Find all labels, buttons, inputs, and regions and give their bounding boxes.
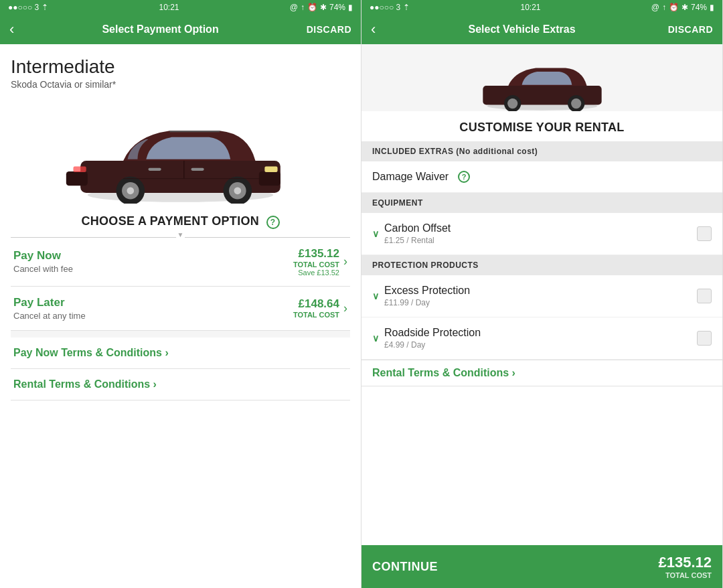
damage-waiver-item: Damage Waiver ? <box>362 161 722 193</box>
left-status-time: 10:21 <box>159 3 179 12</box>
left-status-bar: ●●○○○ 3 ⇡ 10:21 @ ↑ ⏰ ✱ 74% ▮ <box>0 0 361 15</box>
svg-point-20 <box>571 98 581 108</box>
excess-protection-price: £11.99 / Day <box>384 298 470 307</box>
wifi-icon: ⇡ <box>42 3 48 12</box>
left-back-button[interactable]: ‹ <box>9 21 14 38</box>
svg-point-9 <box>127 187 135 194</box>
left-status-left: ●●○○○ 3 ⇡ <box>8 3 48 12</box>
battery-icon: ▮ <box>348 3 353 12</box>
right-status-bar: ●●○○○ 3 ⇡ 10:21 @ ↑ ⏰ ✱ 74% ▮ <box>362 0 722 15</box>
svg-rect-10 <box>264 167 277 173</box>
svg-point-6 <box>234 187 242 194</box>
right-status-left: ●●○○○ 3 ⇡ <box>370 3 410 12</box>
left-content: Intermediate Skoda Octavia or similar* <box>0 44 361 588</box>
pay-later-price-block: £148.64 TOTAL COST <box>293 297 339 319</box>
carbon-offset-item[interactable]: ∨ Carbon Offset £1.25 / Rental <box>362 213 722 255</box>
continue-bar[interactable]: CONTINUE £135.12 TOTAL COST <box>362 545 722 588</box>
pay-now-terms-section[interactable]: Pay Now Terms & Conditions › <box>11 338 350 369</box>
roadside-protection-price: £4.99 / Day <box>384 340 481 350</box>
damage-waiver-text: Damage Waiver <box>372 171 449 183</box>
right-terms-section[interactable]: Rental Terms & Conditions › <box>362 360 722 386</box>
roadside-protection-checkbox[interactable] <box>697 331 712 346</box>
rental-terms-section[interactable]: Rental Terms & Conditions › <box>11 369 350 400</box>
right-status-right: @ ↑ ⏰ ✱ 74% ▮ <box>651 3 714 12</box>
left-nav-bar: ‹ Select Payment Option DISCARD <box>0 15 361 44</box>
pay-now-save: Save £13.52 <box>293 269 339 277</box>
car-top-svg <box>442 48 643 111</box>
terms-separator <box>11 331 350 338</box>
pay-later-left: Pay Later Cancel at any time <box>13 296 86 321</box>
carbon-offset-name: Carbon Offset <box>384 222 451 234</box>
pay-later-amount: £148.64 <box>299 297 339 310</box>
choose-payment-header: CHOOSE A PAYMENT OPTION ? <box>11 214 350 229</box>
payment-info-icon[interactable]: ? <box>266 216 280 229</box>
damage-waiver-info-icon[interactable]: ? <box>458 171 470 183</box>
roadside-protection-text: Roadside Protection £4.99 / Day <box>384 327 481 350</box>
right-bluetooth-icon: ✱ <box>681 3 688 12</box>
right-rental-terms-link[interactable]: Rental Terms & Conditions › <box>372 367 712 379</box>
pay-now-option[interactable]: Pay Now Cancel with fee £135.12 TOTAL CO… <box>11 238 350 287</box>
customise-header: CUSTOMISE YOUR RENTAL <box>362 111 722 141</box>
carbon-offset-checkbox[interactable] <box>697 226 712 241</box>
right-battery-icon: ▮ <box>710 3 714 12</box>
car-top-image <box>362 44 722 111</box>
pay-now-price-block: £135.12 TOTAL COST Save £13.52 <box>293 247 339 277</box>
pay-now-left: Pay Now Cancel with fee <box>13 249 73 274</box>
pay-later-desc: Cancel at any time <box>13 311 86 321</box>
payment-divider <box>11 237 350 238</box>
extras-content: INCLUDED EXTRAS (No additional cost) Dam… <box>362 141 722 545</box>
roadside-protection-chevron[interactable]: ∨ <box>372 333 379 344</box>
damage-waiver-name: Damage Waiver <box>372 171 449 183</box>
included-extras-header: INCLUDED EXTRAS (No additional cost) <box>362 141 722 161</box>
pay-later-label: TOTAL COST <box>293 311 339 319</box>
right-alarm-icon: ⏰ <box>669 3 679 12</box>
pay-now-right: £135.12 TOTAL COST Save £13.52 › <box>293 247 347 277</box>
pay-now-desc: Cancel with fee <box>13 264 73 274</box>
arrow-icon: ↑ <box>301 3 305 12</box>
car-image-container <box>11 96 350 204</box>
svg-rect-14 <box>191 168 204 171</box>
choose-payment-title: CHOOSE A PAYMENT OPTION <box>81 214 259 228</box>
left-status-right: @ ↑ ⏰ ✱ 74% ▮ <box>290 3 353 12</box>
carbon-offset-chevron[interactable]: ∨ <box>372 228 379 239</box>
continue-price-label: TOTAL COST <box>658 571 712 579</box>
carbon-offset-price: £1.25 / Rental <box>384 236 451 245</box>
excess-protection-item[interactable]: ∨ Excess Protection £11.99 / Day <box>362 275 722 317</box>
car-title: Intermediate <box>11 56 350 78</box>
excess-protection-text: Excess Protection £11.99 / Day <box>384 285 470 307</box>
car-image <box>11 96 350 204</box>
alarm-icon: ⏰ <box>307 3 317 12</box>
excess-protection-checkbox[interactable] <box>697 289 712 303</box>
pay-now-name: Pay Now <box>13 249 73 263</box>
continue-price: £135.12 <box>658 554 712 571</box>
excess-protection-chevron[interactable]: ∨ <box>372 291 379 301</box>
right-discard-button[interactable]: DISCARD <box>668 24 713 35</box>
location-icon: @ <box>290 3 298 12</box>
roadside-protection-name: Roadside Protection <box>384 327 481 339</box>
right-nav-title: Select Vehicle Extras <box>376 23 667 35</box>
pay-now-terms-link[interactable]: Pay Now Terms & Conditions › <box>13 347 347 359</box>
right-status-time: 10:21 <box>521 3 541 12</box>
battery-text: 74% <box>329 3 345 12</box>
pay-later-option[interactable]: Pay Later Cancel at any time £148.64 TOT… <box>11 287 350 331</box>
rental-terms-link[interactable]: Rental Terms & Conditions › <box>13 378 347 390</box>
roadside-protection-item[interactable]: ∨ Roadside Protection £4.99 / Day <box>362 317 722 360</box>
carrier-text: ●●○○○ 3 <box>8 3 39 12</box>
right-battery-text: 74% <box>691 3 707 12</box>
left-discard-button[interactable]: DISCARD <box>307 24 351 35</box>
pay-now-label: TOTAL COST <box>293 261 339 269</box>
right-carrier-text: ●●○○○ 3 <box>370 3 400 12</box>
pay-later-name: Pay Later <box>13 296 86 309</box>
equipment-header: EQUIPMENT <box>362 193 722 213</box>
damage-waiver-left: Damage Waiver ? <box>372 171 470 183</box>
carbon-offset-left: ∨ Carbon Offset £1.25 / Rental <box>372 222 451 245</box>
left-phone-panel: ●●○○○ 3 ⇡ 10:21 @ ↑ ⏰ ✱ 74% ▮ ‹ Select P… <box>0 0 362 588</box>
continue-label: CONTINUE <box>372 560 438 574</box>
left-nav-title: Select Payment Option <box>14 23 306 35</box>
svg-rect-15 <box>149 168 161 171</box>
right-arrow-icon: ↑ <box>662 3 666 12</box>
carbon-offset-text: Carbon Offset £1.25 / Rental <box>384 222 451 245</box>
right-back-button[interactable]: ‹ <box>371 21 376 38</box>
car-subtitle: Skoda Octavia or similar* <box>11 79 350 90</box>
svg-point-22 <box>507 98 517 108</box>
